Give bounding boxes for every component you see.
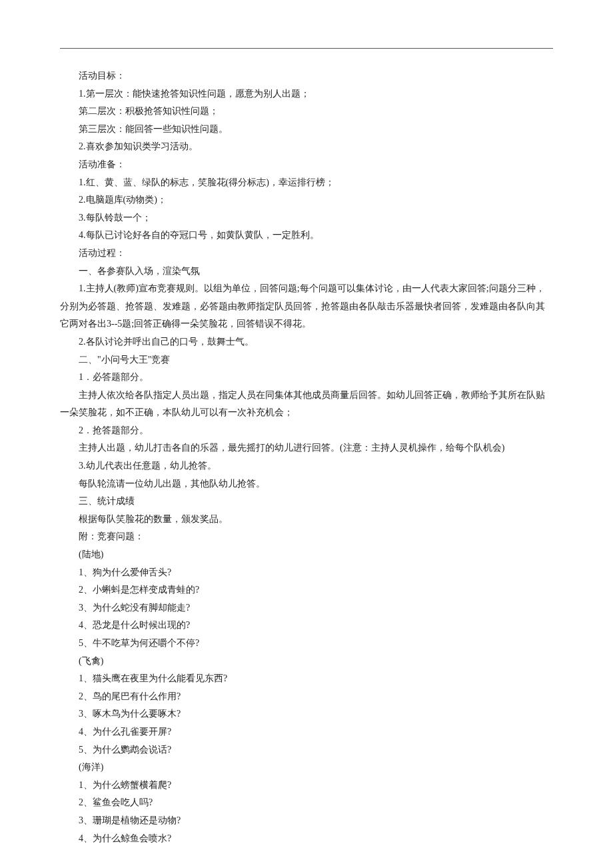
text-line: 5、为什么鹦鹉会说话? — [60, 741, 553, 759]
text-line: 5、牛不吃草为何还嚼个不停? — [60, 635, 553, 653]
document-page: 活动目标：1.第一层次：能快速抢答知识性问题，愿意为别人出题；第二层次：积极抢答… — [0, 0, 613, 868]
text-line: 第二层次：积极抢答知识性问题； — [60, 103, 553, 121]
text-line: (飞禽) — [60, 653, 553, 671]
text-line: 2.喜欢参加知识类学习活动。 — [60, 138, 553, 156]
text-line: 三、统计成绩 — [60, 493, 553, 511]
document-body: 活动目标：1.第一层次：能快速抢答知识性问题，愿意为别人出题；第二层次：积极抢答… — [60, 67, 553, 847]
text-line: 附：竞赛问题： — [60, 528, 553, 546]
text-line: 主持人出题，幼儿打击各自的乐器，最先摇打的幼儿进行回答。(注意：主持人灵机操作，… — [60, 439, 553, 457]
text-line: 主持人依次给各队指定人员出题，指定人员在同集体其他成员商量后回答。如幼儿回答正确… — [60, 387, 553, 422]
text-line: 1.红、黄、蓝、绿队的标志，笑脸花(得分标志)，幸运排行榜； — [60, 174, 553, 192]
text-line: 活动准备： — [60, 156, 553, 174]
text-line: 2、鲨鱼会吃人吗? — [60, 794, 553, 812]
text-line: 活动目标： — [60, 67, 553, 85]
text-line: 2.电脑题库(动物类)； — [60, 191, 553, 209]
text-line: 二、"小问号大王"竞赛 — [60, 351, 553, 369]
text-line: 4、为什么孔雀要开屏? — [60, 723, 553, 741]
text-line: (海洋) — [60, 759, 553, 777]
text-line: 3.幼儿代表出任意题，幼儿抢答。 — [60, 457, 553, 475]
text-line: 2．抢答题部分。 — [60, 422, 553, 440]
text-line: 1、猫头鹰在夜里为什么能看见东西? — [60, 670, 553, 688]
text-line: 4.每队已讨论好各自的夺冠口号，如黄队黄队，一定胜利。 — [60, 227, 553, 245]
text-line: 1．必答题部分。 — [60, 369, 553, 387]
text-line: 3.每队铃鼓一个； — [60, 209, 553, 227]
text-line: 第三层次：能回答一些知识性问题。 — [60, 121, 553, 139]
top-divider — [60, 48, 553, 49]
text-line: 2.各队讨论并呼出自己的口号，鼓舞士气。 — [60, 333, 553, 351]
text-line: 2、鸟的尾巴有什么作用? — [60, 688, 553, 706]
text-line: 1.第一层次：能快速抢答知识性问题，愿意为别人出题； — [60, 85, 553, 103]
text-line: 3、啄木鸟为什么要啄木? — [60, 705, 553, 723]
text-line: 一、各参赛队入场，渲染气氛 — [60, 263, 553, 281]
text-line: 根据每队笑脸花的数量，颁发奖品。 — [60, 511, 553, 529]
text-line: 1.主持人(教师)宣布竞赛规则。以组为单位，回答问题;每个问题可以集体讨论，由一… — [60, 280, 553, 333]
text-line: (陆地) — [60, 546, 553, 564]
text-line: 1、为什么螃蟹横着爬? — [60, 777, 553, 795]
text-line: 1、狗为什么爱伸舌头? — [60, 564, 553, 582]
text-line: 每队轮流请一位幼儿出题，其他队幼儿抢答。 — [60, 475, 553, 493]
text-line: 活动过程： — [60, 245, 553, 263]
text-line: 4、为什么鲸鱼会喷水? — [60, 830, 553, 848]
text-line: 4、恐龙是什么时候出现的? — [60, 617, 553, 635]
text-line: 3、珊瑚是植物还是动物? — [60, 812, 553, 830]
text-line: 3、为什么蛇没有脚却能走? — [60, 599, 553, 617]
text-line: 2、小蝌蚪是怎样变成青蛙的? — [60, 581, 553, 599]
